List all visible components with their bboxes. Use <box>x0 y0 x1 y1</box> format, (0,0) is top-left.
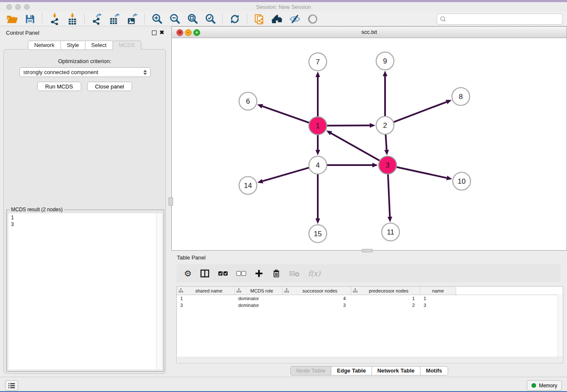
window-title: Session: New Session <box>0 4 567 10</box>
selected-option-label: strongly connected component <box>23 69 98 75</box>
refresh-layout-button[interactable] <box>227 13 242 25</box>
cell-shared-name[interactable]: 1 <box>177 296 235 301</box>
import-network-button[interactable] <box>47 13 62 25</box>
save-session-button[interactable] <box>22 13 38 25</box>
mcds-result-textarea[interactable]: 1 3 <box>8 213 162 370</box>
export-network-button[interactable] <box>89 13 105 25</box>
duplicate-network-button[interactable] <box>252 13 267 25</box>
tab-style[interactable]: Style <box>61 41 85 50</box>
table-settings-button[interactable]: ⚙ <box>184 267 192 280</box>
first-neighbors-button[interactable] <box>270 13 285 25</box>
split-panel-button[interactable] <box>200 267 210 280</box>
cell-name[interactable]: 1 <box>420 296 456 301</box>
memory-button[interactable]: Memory <box>527 380 562 391</box>
run-mcds-button[interactable]: Run MCDS <box>37 82 81 91</box>
task-history-button[interactable] <box>5 380 18 391</box>
edge-3-11[interactable] <box>388 174 390 217</box>
cell-MCDS-role[interactable]: dominator <box>235 296 283 301</box>
optimization-criterion-label: Optimization criterion: <box>4 58 165 64</box>
import-table-icon <box>66 13 78 25</box>
deselect-all-button[interactable] <box>236 267 246 280</box>
trash-icon <box>272 268 281 279</box>
mcds-panel: Optimization criterion: strongly connect… <box>3 49 166 374</box>
column-header-MCDS-role[interactable]: MCDS role <box>235 287 283 295</box>
column-header-predecessor-nodes[interactable]: predecessor nodes <box>351 287 420 295</box>
node-label-6: 6 <box>246 97 250 105</box>
edge-4-14[interactable] <box>263 168 309 181</box>
table-row[interactable]: 3dominator323 <box>177 302 563 309</box>
node-label-4: 4 <box>316 161 319 169</box>
open-session-button[interactable] <box>5 13 20 25</box>
zoom-selected-button[interactable] <box>203 13 218 25</box>
delete-table-icon <box>289 270 300 277</box>
edge-1-2[interactable] <box>327 125 370 126</box>
edge-3-1[interactable] <box>331 133 380 161</box>
cell-shared-name[interactable]: 3 <box>177 303 235 308</box>
cell-MCDS-role[interactable]: dominator <box>235 303 283 308</box>
search-input[interactable] <box>446 15 562 23</box>
fx-icon: f(x) <box>308 269 320 278</box>
tab-network-table[interactable]: Network Table <box>372 366 421 375</box>
mcds-result-title: MCDS result (2 nodes) <box>9 207 64 213</box>
zoom-in-button[interactable] <box>149 13 165 25</box>
function-builder-button[interactable]: f(x) <box>308 267 320 280</box>
node-label-8: 8 <box>459 93 462 101</box>
export-image-button[interactable] <box>125 13 140 25</box>
tab-edge-table[interactable]: Edge Table <box>331 366 372 375</box>
optimization-criterion-select[interactable]: strongly connected component <box>19 67 151 77</box>
node-label-15: 15 <box>314 230 322 238</box>
cell-predecessor-nodes[interactable]: 1 <box>351 296 420 301</box>
table-horizontal-scrollbar[interactable] <box>177 357 562 362</box>
close-panel-icon[interactable]: ✖ <box>160 30 164 35</box>
arrowhead-4-3 <box>372 163 378 168</box>
hide-selected-button[interactable] <box>287 13 303 25</box>
arrowhead-4-14 <box>257 179 263 184</box>
edge-3-10[interactable] <box>396 167 447 178</box>
tab-mcds[interactable]: MCDS <box>113 41 141 50</box>
tab-node-table[interactable]: Node Table <box>290 366 331 375</box>
node-label-11: 11 <box>387 228 394 236</box>
edge-1-6[interactable] <box>262 106 309 123</box>
delete-column-button[interactable] <box>272 267 281 280</box>
vertical-splitter-handle[interactable] <box>168 197 173 206</box>
column-header-name[interactable]: name <box>420 287 456 295</box>
network-graph-canvas[interactable]: 1234678910111415 <box>172 38 567 250</box>
column-header-successor-nodes[interactable]: successor nodes <box>283 287 351 295</box>
node-label-7: 7 <box>316 58 319 66</box>
cell-successor-nodes[interactable]: 4 <box>283 296 351 301</box>
import-table-button[interactable] <box>65 13 80 25</box>
result-scrollbar[interactable] <box>156 213 162 370</box>
add-column-button[interactable] <box>254 267 264 280</box>
edge-2-3[interactable] <box>385 134 386 150</box>
show-all-button[interactable] <box>305 13 320 25</box>
select-all-button[interactable] <box>218 267 228 280</box>
table-tabs: Node TableEdge TableNetwork TableMotifs <box>171 366 567 375</box>
unchecked-checkboxes-icon <box>236 270 246 277</box>
search-icon <box>440 16 446 22</box>
edge-2-8[interactable] <box>394 102 447 122</box>
cell-name[interactable]: 3 <box>420 303 456 308</box>
arrowhead-1-2 <box>370 123 375 128</box>
delete-table-button[interactable] <box>289 267 300 280</box>
export-table-button[interactable] <box>107 13 122 25</box>
network-window-titlebar: ✕ − + scc.txt <box>172 27 567 38</box>
table-row[interactable]: 1dominator411 <box>177 295 563 302</box>
close-panel-button[interactable]: Close panel <box>87 82 132 91</box>
toolbar-separator <box>222 14 223 25</box>
tab-network[interactable]: Network <box>28 41 61 50</box>
cell-successor-nodes[interactable]: 3 <box>283 303 351 308</box>
horizontal-splitter-handle[interactable] <box>362 249 373 252</box>
network-window-title: scc.txt <box>172 29 567 35</box>
control-panel-tabs: NetworkStyleSelectMCDS <box>0 41 169 50</box>
float-panel-icon[interactable] <box>152 30 157 35</box>
memory-status-icon <box>531 383 536 388</box>
zoom-out-button[interactable] <box>167 13 182 25</box>
tab-motifs[interactable]: Motifs <box>421 366 448 375</box>
zoom-fit-button[interactable] <box>185 13 200 25</box>
column-header-shared-name[interactable]: shared name <box>177 287 235 295</box>
tab-select[interactable]: Select <box>85 41 113 50</box>
cell-predecessor-nodes[interactable]: 2 <box>351 303 420 308</box>
table-vertical-scrollbar[interactable] <box>558 295 562 357</box>
node-label-2: 2 <box>383 121 387 130</box>
save-floppy-icon <box>25 14 36 25</box>
